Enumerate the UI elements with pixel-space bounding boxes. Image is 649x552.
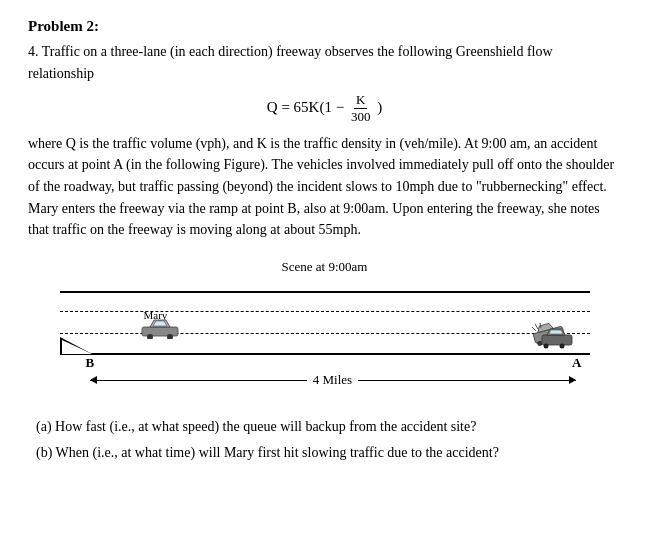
miles-arrow: 4 Miles	[90, 371, 576, 389]
svg-rect-0	[142, 327, 178, 336]
ramp-inner	[62, 340, 92, 354]
questions: (a) How fast (i.e., at what speed) the q…	[28, 415, 621, 465]
svg-point-13	[559, 344, 564, 349]
question-a: (a) How fast (i.e., at what speed) the q…	[28, 415, 621, 439]
arrow-right	[569, 376, 576, 384]
scene-title: Scene at 9:00am	[60, 259, 590, 275]
svg-marker-11	[549, 330, 563, 334]
road-dash-1	[60, 311, 590, 312]
accident-scene	[526, 317, 578, 353]
problem-title: Problem 2:	[28, 18, 621, 35]
formula: Q = 65K(1 − K 300 )	[267, 92, 382, 124]
miles-label: 4 Miles	[307, 372, 358, 388]
road-bottom-line	[60, 353, 590, 355]
question-b: (b) When (i.e., at what time) will Mary …	[28, 441, 621, 465]
road-diagram: B A Mary	[60, 283, 590, 393]
arrow-left	[90, 376, 97, 384]
svg-line-14	[532, 327, 536, 331]
car-mary	[140, 317, 180, 339]
svg-point-12	[543, 344, 548, 349]
problem-intro: 4. Traffic on a three-lane (in each dire…	[28, 41, 621, 84]
svg-line-15	[535, 324, 538, 329]
problem-description: where Q is the traffic volume (vph), and…	[28, 133, 621, 241]
label-a: A	[572, 355, 581, 371]
label-b: B	[86, 355, 95, 371]
scene-container: Scene at 9:00am B A Mary	[60, 259, 590, 393]
svg-rect-9	[542, 335, 572, 345]
road-top-line	[60, 291, 590, 293]
